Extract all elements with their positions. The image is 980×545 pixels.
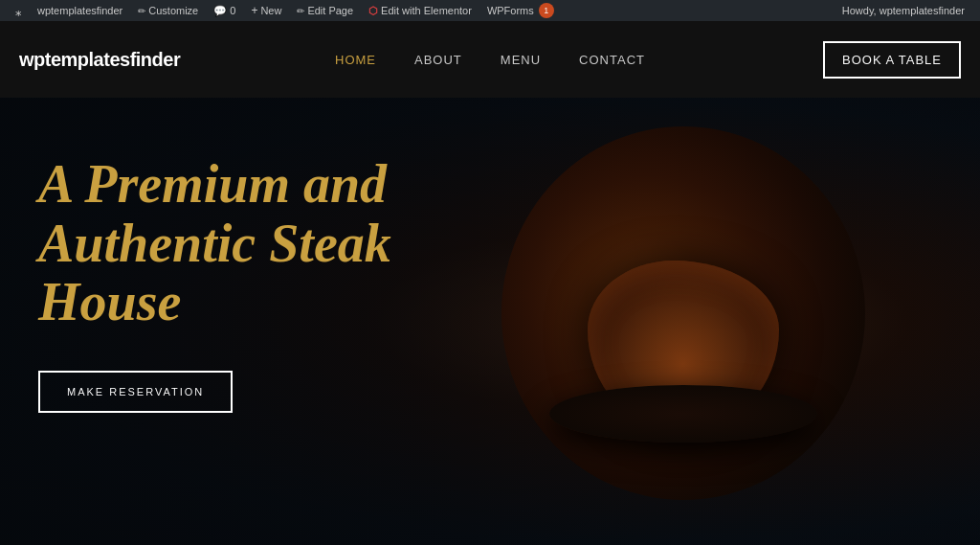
comments-icon: 💬	[213, 5, 227, 17]
book-table-button[interactable]: BOOK A TABLE	[823, 41, 961, 79]
admin-site-name[interactable]: wptemplatesfinder	[30, 0, 130, 21]
hero-content: A Premium and Authentic Steak House MAKE…	[38, 155, 517, 413]
nav-about[interactable]: ABOUT	[414, 53, 462, 67]
site-header: wptemplatesfinder HOME ABOUT MENU CONTAC…	[0, 21, 980, 98]
reservation-button[interactable]: MAKE RESERVATION	[38, 371, 233, 413]
comments-count: 0	[230, 5, 235, 16]
new-icon: +	[251, 4, 257, 17]
admin-elementor[interactable]: ⬡ Edit with Elementor	[361, 0, 479, 21]
wpforms-badge: 1	[539, 3, 554, 18]
edit-icon: ✏	[297, 6, 304, 16]
admin-new[interactable]: + New	[243, 0, 289, 21]
admin-greeting: Howdy, wptemplatesfinder	[842, 5, 972, 16]
admin-wp-logo[interactable]: ⁎	[8, 0, 30, 21]
elementor-label: Edit with Elementor	[381, 5, 472, 16]
nav-menu[interactable]: MENU	[501, 53, 541, 67]
steak-image	[501, 126, 865, 500]
admin-comments[interactable]: 💬 0	[206, 0, 243, 21]
admin-bar: ⁎ wptemplatesfinder ✏ Customize 💬 0 + Ne…	[0, 0, 980, 21]
elementor-icon: ⬡	[368, 5, 378, 17]
wp-icon: ⁎	[15, 4, 22, 18]
customize-label: Customize	[148, 5, 198, 16]
nav-contact[interactable]: CONTACT	[579, 53, 645, 67]
wpforms-label: WPForms	[487, 5, 534, 16]
greeting-text: Howdy, wptemplatesfinder	[842, 5, 965, 16]
new-label: New	[260, 5, 281, 16]
hero-title: A Premium and Authentic Steak House	[38, 155, 517, 332]
edit-page-label: Edit Page	[307, 5, 353, 16]
main-navigation: HOME ABOUT MENU CONTACT	[335, 53, 645, 67]
site-logo[interactable]: wptemplatesfinder	[19, 49, 180, 71]
admin-wpforms[interactable]: WPForms 1	[479, 0, 562, 21]
admin-customize[interactable]: ✏ Customize	[130, 0, 206, 21]
customize-icon: ✏	[138, 6, 145, 16]
site-name-label: wptemplatesfinder	[37, 5, 122, 16]
admin-edit-page[interactable]: ✏ Edit Page	[289, 0, 361, 21]
hero-section: A Premium and Authentic Steak House MAKE…	[0, 98, 980, 545]
nav-home[interactable]: HOME	[335, 53, 376, 67]
